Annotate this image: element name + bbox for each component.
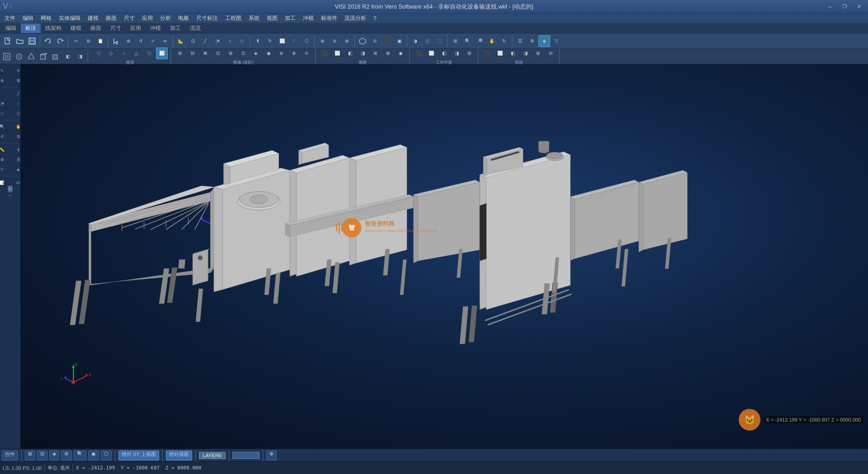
tb-mirror[interactable]: ⇔ bbox=[159, 35, 171, 47]
wp-4[interactable]: ◨ bbox=[451, 47, 462, 59]
tab-wireframe[interactable]: 线架构 bbox=[41, 24, 66, 33]
view-1[interactable]: ⬛ bbox=[319, 47, 330, 59]
sb-grid[interactable]: ⊞ bbox=[11, 76, 21, 85]
menu-dim[interactable]: 尺寸 bbox=[120, 14, 138, 23]
sb-layers-btn[interactable]: ☰ bbox=[11, 155, 21, 164]
bt-control[interactable]: 控件 bbox=[2, 450, 18, 460]
menu-analysis[interactable]: 分析 bbox=[156, 14, 175, 23]
sb-deselect[interactable]: ✕ bbox=[11, 66, 21, 75]
sb-rotate-cam[interactable]: ↺ bbox=[0, 132, 10, 141]
sys-2[interactable]: ⬜ bbox=[494, 47, 506, 59]
tb-bool-add[interactable]: ⊕ bbox=[316, 35, 328, 47]
sys-4[interactable]: ◨ bbox=[519, 47, 531, 59]
bt-icon4[interactable]: ⚙ bbox=[61, 450, 72, 460]
view-4[interactable]: ◨ bbox=[357, 47, 368, 59]
sb-filter[interactable]: ▽ bbox=[0, 165, 10, 174]
view-2[interactable]: ⬜ bbox=[331, 47, 343, 59]
tb2-cube3[interactable]: ◧ bbox=[62, 51, 74, 62]
sb-snap[interactable]: ⊕ bbox=[0, 76, 10, 85]
tb2-cube4[interactable]: ◨ bbox=[74, 51, 86, 62]
tb-view-iso[interactable] bbox=[357, 35, 368, 47]
sb-properties[interactable]: ⚙ bbox=[0, 155, 10, 164]
menu-apply[interactable]: 应用 bbox=[138, 14, 156, 23]
menu-std[interactable]: 标准件 bbox=[317, 14, 341, 23]
shape-filled-rect[interactable]: ⬜ bbox=[156, 47, 168, 59]
tab-build[interactable]: 建模 bbox=[66, 24, 86, 33]
tab-apply[interactable]: 应用 bbox=[126, 24, 146, 33]
bt-abs-view[interactable]: 绝对视图 bbox=[166, 450, 192, 460]
menu-sys[interactable]: 系统 bbox=[245, 14, 263, 23]
img-adv-1[interactable]: ⊞ bbox=[174, 47, 186, 59]
sb-pan-cam[interactable]: ✋ bbox=[11, 122, 21, 131]
tb-open[interactable] bbox=[14, 35, 26, 47]
bt-abs-xy[interactable]: 绝对 XY 上视图 bbox=[118, 450, 159, 460]
tb-pan[interactable]: ✋ bbox=[486, 35, 498, 47]
tb-copy[interactable]: ⧉ bbox=[82, 35, 94, 47]
shape-rect[interactable]: □ bbox=[93, 47, 104, 59]
tab-dim[interactable]: 尺寸 bbox=[106, 24, 126, 33]
menu-help[interactable]: ? bbox=[370, 14, 380, 23]
tab-surface[interactable]: 曲面 bbox=[86, 24, 106, 33]
img-adv-10[interactable]: ⊕ bbox=[288, 47, 300, 59]
bt-icon1[interactable]: ⊞ bbox=[25, 450, 35, 460]
tb-props[interactable]: ⚙ bbox=[526, 35, 538, 47]
sb-fit[interactable]: ⊟ bbox=[11, 132, 21, 141]
tb-layers[interactable]: ☰ bbox=[514, 35, 526, 47]
sys-3[interactable]: ◧ bbox=[507, 47, 519, 59]
sb-info[interactable]: ℹ bbox=[11, 145, 21, 154]
tab-annotate[interactable]: 标注 bbox=[21, 24, 41, 33]
tb-new[interactable] bbox=[2, 35, 14, 47]
layer-indicator[interactable]: LAYER0 bbox=[199, 452, 226, 459]
sys-1[interactable]: ⬛ bbox=[481, 47, 493, 59]
sb-zoom[interactable]: 🔍 bbox=[0, 122, 10, 131]
tb-view-right[interactable]: ▣ bbox=[393, 35, 405, 47]
tb-shading[interactable]: ◑ bbox=[409, 35, 421, 47]
tb2-sel-mode[interactable] bbox=[1, 51, 13, 62]
tb-redo[interactable] bbox=[54, 35, 66, 47]
tb-bool-sub[interactable]: ⊖ bbox=[329, 35, 340, 47]
img-adv-5[interactable]: ⊞ bbox=[225, 47, 236, 59]
shape-tri[interactable]: △ bbox=[131, 47, 142, 59]
sb-polygon[interactable]: ⬡ bbox=[11, 109, 21, 118]
menu-dim2[interactable]: 尺寸标注 bbox=[193, 14, 222, 23]
img-adv-9[interactable]: ⊗ bbox=[275, 47, 287, 59]
img-adv-7[interactable]: ◈ bbox=[250, 47, 262, 59]
tb-point[interactable]: ⊡ bbox=[187, 35, 199, 47]
sys-5[interactable]: ⊞ bbox=[532, 47, 544, 59]
img-adv-2[interactable]: ⊟ bbox=[187, 47, 198, 59]
sb-note[interactable]: 📝 bbox=[0, 178, 10, 187]
tb-hidden-line[interactable]: ⬚ bbox=[434, 35, 445, 47]
menu-view[interactable]: 视图 bbox=[263, 14, 281, 23]
tb-chamfer[interactable]: ⬡ bbox=[301, 35, 312, 47]
tb-circle[interactable]: ○ bbox=[224, 35, 236, 47]
view-5[interactable]: ⊞ bbox=[369, 47, 381, 59]
tb-fillet[interactable]: ◜ bbox=[288, 35, 300, 47]
color-swatch[interactable] bbox=[232, 452, 259, 459]
sb-line[interactable]: ╱ bbox=[11, 89, 21, 98]
menu-flow[interactable]: 流流分析 bbox=[341, 14, 370, 23]
tb-select[interactable] bbox=[110, 35, 122, 47]
menu-electrode[interactable]: 电极 bbox=[175, 14, 193, 23]
tb-revolve[interactable]: ↻ bbox=[264, 35, 276, 47]
tb-view-top[interactable]: ⊙ bbox=[369, 35, 381, 47]
tb2-sel2[interactable] bbox=[13, 51, 25, 62]
tb-measure[interactable]: 📐 bbox=[175, 35, 187, 47]
tb-cut[interactable]: ✂ bbox=[70, 35, 82, 47]
tab-edit[interactable]: 编辑 bbox=[1, 24, 21, 33]
tb-shell[interactable]: ⬜ bbox=[276, 35, 288, 47]
tb-zoom-all[interactable]: ⊞ bbox=[449, 35, 461, 47]
sb-select[interactable]: ↖ bbox=[0, 66, 10, 75]
tb-wireframe[interactable]: ◻ bbox=[421, 35, 433, 47]
tb-rect[interactable]: □ bbox=[236, 35, 248, 47]
view-3[interactable]: ◧ bbox=[344, 47, 356, 59]
sb-arc[interactable]: ◔ bbox=[0, 99, 10, 108]
tb2-cube2[interactable] bbox=[50, 51, 61, 62]
tb-bool-int[interactable]: ⊗ bbox=[341, 35, 353, 47]
shape-hex[interactable]: ⬡ bbox=[143, 47, 155, 59]
shape-circle[interactable]: ○ bbox=[118, 47, 130, 59]
tb-extrude[interactable]: ⬆ bbox=[252, 35, 264, 47]
tab-die[interactable]: 冲模 bbox=[146, 24, 165, 33]
tb-line[interactable]: ╱ bbox=[199, 35, 211, 47]
tb-paste[interactable]: 📋 bbox=[94, 35, 106, 47]
tb-undo[interactable] bbox=[42, 35, 54, 47]
